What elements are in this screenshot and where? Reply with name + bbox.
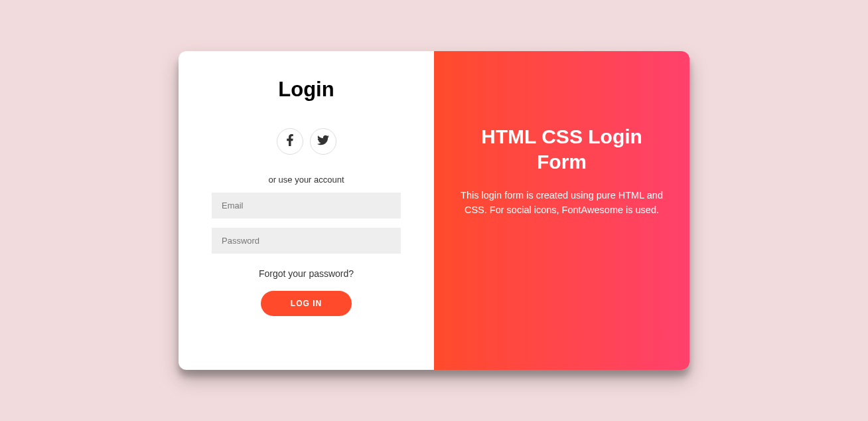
overlay-description: This login form is created using pure HT… — [461, 189, 663, 218]
login-button[interactable]: LOG IN — [261, 291, 352, 316]
forgot-password-link[interactable]: Forgot your password? — [259, 268, 354, 279]
overlay-title: HTML CSS Login Form — [461, 124, 663, 174]
overlay-panel: HTML CSS Login Form This login form is c… — [434, 51, 689, 370]
login-card: Login or use your account Forgot your pa… — [179, 51, 689, 370]
password-field[interactable] — [212, 228, 401, 254]
login-title: Login — [278, 78, 334, 102]
social-buttons — [277, 128, 336, 155]
email-field[interactable] — [212, 193, 401, 218]
facebook-button[interactable] — [277, 128, 303, 155]
subtext: or use your account — [268, 175, 344, 185]
twitter-button[interactable] — [310, 128, 336, 155]
login-form-panel: Login or use your account Forgot your pa… — [179, 51, 434, 370]
facebook-icon — [284, 134, 296, 149]
twitter-icon — [317, 134, 329, 149]
